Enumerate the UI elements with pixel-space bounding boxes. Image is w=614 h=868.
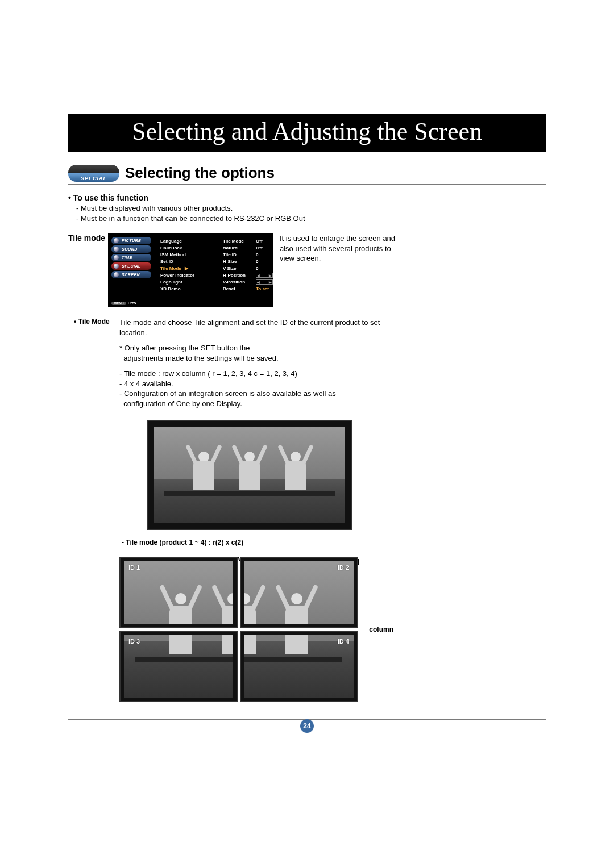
chevron-right-icon: ▶ [185, 266, 188, 271]
id-label-3: ID 3 [128, 637, 140, 646]
footer: 24 [68, 719, 546, 733]
slider-icon [256, 273, 273, 278]
osd-col-mid: Tile Mode Natural Tile ID H-Size V-Size … [223, 238, 246, 293]
tile-mode-body: Tile mode and choose Tile alignment and … [119, 318, 380, 702]
use-function-bullets: - Must be displayed with various other p… [76, 203, 546, 223]
osd-screenshot: PICTURE SOUND TIME SPECIAL SCREEN MENUPr… [108, 233, 273, 307]
osd-tab-picture: PICTURE [111, 237, 151, 244]
slider-icon [256, 279, 273, 285]
side-description: It is used to enlarge the screen and als… [280, 233, 395, 307]
osd-col-left: Language Child lock ISM Method Set ID Ti… [160, 238, 194, 293]
special-pill-label: SPECIAL [68, 176, 119, 181]
osd-col-right: Off Off 0 0 0 To set [256, 238, 273, 293]
osd-menu-prev: MENUPrev. [111, 301, 137, 305]
use-function-heading: • To use this function [68, 193, 546, 202]
bullet-2: - Must be in a function that can be conn… [76, 214, 546, 224]
single-display-illustration [147, 420, 352, 530]
page: Selecting and Adjusting the Screen SPECI… [0, 0, 614, 778]
tile-1: ID 1 [119, 557, 238, 628]
tile-4: ID 4 [240, 631, 358, 702]
bullet-1: - Must be displayed with various other p… [76, 203, 546, 214]
tile-3: ID 3 [119, 631, 238, 702]
tile-grid-illustration: row column ID 1 [119, 557, 358, 702]
page-number: 24 [300, 719, 314, 733]
section-header: SPECIAL Selecting the options [68, 164, 546, 185]
tile-mode-sub-label: • Tile Mode [74, 318, 119, 702]
osd-tab-sound: SOUND [111, 245, 151, 253]
id-label-1: ID 1 [128, 564, 140, 572]
tile-2: ID 2 [240, 557, 358, 628]
page-title-bar: Selecting and Adjusting the Screen [68, 114, 546, 152]
id-label-4: ID 4 [338, 637, 349, 646]
osd-tab-special: SPECIAL [111, 262, 151, 270]
id-label-2: ID 2 [338, 564, 349, 572]
osd-tab-time: TIME [111, 254, 151, 261]
column-label: column [369, 625, 393, 634]
section-title: Selecting the options [125, 164, 275, 182]
tile-mode-label: Tile mode [68, 233, 108, 307]
special-icon: SPECIAL [68, 165, 119, 182]
tile-grid-title: - Tile mode (product 1 ~ 4) : r(2) x c(2… [122, 538, 380, 547]
osd-tab-screen: SCREEN [111, 271, 151, 278]
